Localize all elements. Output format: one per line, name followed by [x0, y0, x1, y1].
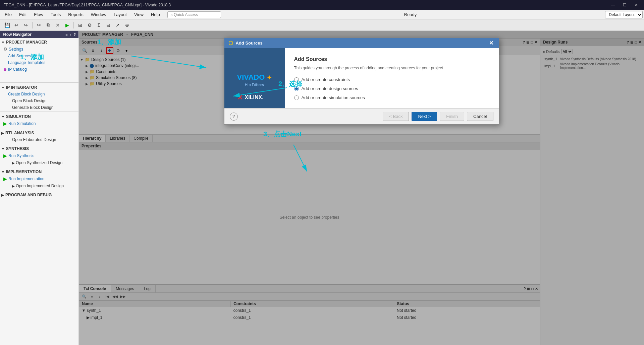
radio-design[interactable] — [294, 86, 299, 91]
chevron-right-icon-prog: ▶ — [1, 193, 4, 197]
window-title: FPGA_CNN - [E:/FPGA_Learn/FPGA/Day1211/F… — [3, 3, 171, 7]
toolbar-xdc-btn[interactable]: ⊞ — [76, 21, 85, 29]
minimize-btn[interactable]: — — [608, 2, 618, 8]
nav-section-program[interactable]: ▶ PROGRAM AND DEBUG — [0, 191, 78, 198]
toolbar-settings-btn[interactable]: ⚙ — [85, 21, 94, 29]
xilinx-logo: ✕ XILINX. — [237, 93, 272, 101]
toolbar-delete-btn[interactable]: ✕ — [53, 21, 62, 29]
toolbar-boot-btn[interactable]: ⊕ — [123, 21, 131, 29]
nav-section-ip-integrator[interactable]: ▼ IP INTEGRATOR — [0, 83, 78, 91]
annotation-3-label: 3、点击Next — [263, 130, 302, 139]
cancel-button[interactable]: Cancel — [467, 112, 493, 121]
flow-nav-pin[interactable]: ≡ — [65, 32, 67, 37]
toolbar-copy-btn[interactable]: ⧉ — [44, 21, 53, 29]
radio-constraints[interactable] — [294, 77, 299, 82]
run-impl-icon: ▶ — [3, 176, 7, 182]
flow-nav-help[interactable]: ? — [73, 32, 76, 37]
help-circle-btn[interactable]: ? — [230, 113, 238, 121]
xilinx-x-icon: ✕ — [237, 93, 243, 101]
modal-close-btn[interactable]: ✕ — [488, 40, 495, 46]
maximize-btn[interactable]: ☐ — [620, 2, 629, 8]
option-design[interactable]: Add or create design sources — [294, 86, 489, 91]
divider-2 — [0, 112, 78, 112]
chevron-down-icon-sim: ▼ — [1, 115, 5, 119]
nav-section-synth-label: SYNTHESIS — [6, 146, 29, 151]
toolbar-undo-btn[interactable]: ↩ — [12, 21, 21, 29]
menu-flow[interactable]: Flow — [31, 11, 46, 18]
option-constraints[interactable]: Add or create constraints — [294, 77, 489, 82]
modal-footer: ? < Back Next > Finish Cancel — [224, 108, 499, 124]
chevron-right-impl: ▶ — [12, 184, 15, 188]
toolbar-redo-btn[interactable]: ↪ — [21, 21, 30, 29]
radio-simulation[interactable] — [294, 95, 299, 100]
nav-item-ip-catalog[interactable]: ⊕ IP Catalog — [0, 66, 78, 73]
modal-titlebar: ⬡ Add Sources ✕ — [224, 38, 499, 48]
nav-item-run-sim[interactable]: ▶ Run Simulation — [0, 120, 78, 127]
nav-item-run-impl[interactable]: ▶ Run Implementation — [0, 175, 78, 183]
nav-item-open-elab[interactable]: Open Elaborated Design — [0, 136, 78, 143]
option-simulation[interactable]: Add or create simulation sources — [294, 95, 489, 100]
modal-desc: This guides you through the process of a… — [294, 66, 489, 70]
annotation-1-label: 1、添加 — [97, 38, 121, 47]
menu-tools[interactable]: Tools — [47, 11, 64, 18]
nav-section-simulation[interactable]: ▼ SIMULATION — [0, 113, 78, 120]
content-area: PROJECT MANAGER - FPGA_CNN Sources ? ⊞ □… — [79, 31, 644, 345]
divider-6 — [0, 190, 78, 190]
chevron-down-icon: ▼ — [1, 41, 5, 44]
close-btn[interactable]: ✕ — [632, 2, 641, 8]
flow-nav-header: Flow Navigator ≡ ↑ ? — [0, 31, 78, 38]
chevron-down-icon-synth: ▼ — [1, 147, 5, 151]
nav-item-settings[interactable]: ⚙ Settings — [0, 46, 78, 53]
flow-nav-unpin[interactable]: ↑ — [70, 32, 72, 37]
toolbar-sep-1 — [32, 22, 33, 28]
layout-select[interactable]: Default Layout — [605, 11, 643, 18]
menu-file[interactable]: File — [1, 11, 15, 18]
flow-nav-title: Flow Navigator — [3, 32, 32, 37]
modal-overlay: ⬡ Add Sources ✕ VIVADO ✦ HLx — [79, 31, 644, 345]
toolbar-debug-btn[interactable]: ⊟ — [104, 21, 113, 29]
nav-section-rtl[interactable]: ▶ RTL ANALYSIS — [0, 129, 78, 136]
menu-reports[interactable]: Reports — [65, 11, 87, 18]
back-button[interactable]: < Back — [383, 112, 409, 121]
nav-section-synthesis[interactable]: ▼ SYNTHESIS — [0, 145, 78, 152]
nav-section-ip-label: IP INTEGRATOR — [6, 85, 37, 90]
menu-edit[interactable]: Edit — [16, 11, 30, 18]
modal-footer-left: ? — [230, 113, 238, 121]
flow-nav-content: ▼ PROJECT MANAGER ⚙ Settings Add Sources… — [0, 38, 78, 345]
menu-help[interactable]: Help — [148, 11, 163, 18]
toolbar-sum-btn[interactable]: Σ — [95, 21, 103, 29]
nav-settings-label: Settings — [9, 47, 23, 52]
nav-item-run-synth[interactable]: ▶ Run Synthesis — [0, 152, 78, 159]
option-simulation-label: Add or create simulation sources — [302, 95, 365, 100]
nav-item-open-impl[interactable]: ▶ Open Implemented Design — [0, 183, 78, 189]
nav-section-project-manager-label: PROJECT MANAGER — [6, 40, 47, 45]
toolbar-save-btn[interactable]: 💾 — [3, 21, 11, 29]
nav-item-open-synth[interactable]: ▶ Open Synthesized Design — [0, 159, 78, 166]
main-layout: Flow Navigator ≡ ↑ ? ▼ PROJECT MANAGER ⚙… — [0, 31, 644, 345]
modal-title: Add Sources — [294, 56, 489, 62]
nav-item-language-templates[interactable]: Language Templates — [0, 59, 78, 66]
toolbar-sep-2 — [73, 22, 74, 28]
modal-logo-area: VIVADO ✦ HLx Editions ✕ XILINX. — [237, 73, 272, 101]
nav-item-generate-block[interactable]: Generate Block Design — [0, 104, 78, 111]
run-sim-icon: ▶ — [3, 121, 7, 126]
quick-access-input[interactable]: ⌕ Quick Access — [167, 11, 221, 18]
toolbar-run-btn[interactable]: ▶ — [63, 21, 71, 29]
modal-content: Add Sources This guides you through the … — [285, 48, 499, 108]
option-constraints-label: Add or create constraints — [302, 77, 350, 82]
toolbar-program-btn[interactable]: ↗ — [113, 21, 122, 29]
nav-item-open-block[interactable]: Open Block Design — [0, 97, 78, 104]
finish-button[interactable]: Finish — [440, 112, 464, 121]
toolbar-cut-btn[interactable]: ✂ — [35, 21, 43, 29]
menu-layout[interactable]: Layout — [110, 11, 130, 18]
nav-section-impl[interactable]: ▼ IMPLEMENTATION — [0, 168, 78, 175]
window-controls: — ☐ ✕ — [608, 2, 641, 8]
svg-line-1 — [131, 56, 206, 68]
nav-item-create-block[interactable]: Create Block Design — [0, 91, 78, 97]
next-button[interactable]: Next > — [412, 112, 437, 121]
menu-view[interactable]: View — [131, 11, 147, 18]
nav-item-add-sources[interactable]: Add Sources — [0, 53, 78, 59]
menu-window[interactable]: Window — [88, 11, 110, 18]
nav-section-project-manager[interactable]: ▼ PROJECT MANAGER — [0, 38, 78, 46]
nav-section-sim-label: SIMULATION — [6, 114, 31, 119]
